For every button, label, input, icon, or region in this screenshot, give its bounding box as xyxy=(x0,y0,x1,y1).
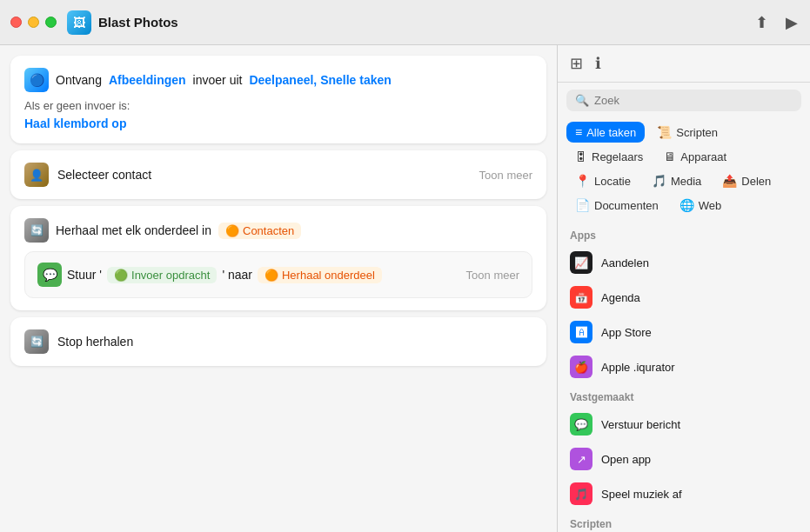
card-selecteer: 👤 Selecteer contact Toon meer xyxy=(10,150,546,199)
apparaat-icon: 🖥 xyxy=(664,150,676,163)
apparaat-label: Apparaat xyxy=(680,150,726,163)
left-panel: 🔵 Ontvang Afbeeldingen invoer uit Deelpa… xyxy=(0,45,558,532)
action-aandelen[interactable]: 📈 Aandelen xyxy=(558,245,810,280)
web-label: Web xyxy=(699,199,722,212)
tab-delen[interactable]: 📤 Delen xyxy=(713,170,780,191)
selecteer-label: Selecteer contact xyxy=(57,168,151,182)
search-icon: 🔍 xyxy=(575,94,589,107)
action-open-app[interactable]: ↗ Open app xyxy=(558,442,810,476)
apple-iqurator-label: Apple .iqurator xyxy=(601,361,675,374)
stop-label: Stop herhalen xyxy=(57,335,133,349)
app-title: Blast Photos xyxy=(98,15,178,30)
tab-locatie[interactable]: 📍 Locatie xyxy=(566,170,639,191)
ontvang-sources-link[interactable]: Deelpaneel, Snelle taken xyxy=(249,73,391,87)
delen-icon: 📤 xyxy=(722,174,737,188)
regelaars-icon: 🎛 xyxy=(575,150,587,163)
herhaal-badge-icon: 🟠 xyxy=(264,269,278,282)
maximize-button[interactable] xyxy=(45,17,57,28)
agenda-label: Agenda xyxy=(601,291,640,304)
share-button[interactable]: ⬆ xyxy=(753,11,770,34)
media-label: Media xyxy=(671,175,701,188)
herhaal-icon: 🔄 xyxy=(24,218,49,243)
app-icon: 🖼 xyxy=(67,10,91,35)
ontvang-label1: Ontvang xyxy=(56,73,102,87)
ontvang-afbeeldingen-link[interactable]: Afbeeldingen xyxy=(109,73,186,87)
tab-documenten[interactable]: 📄 Documenten xyxy=(566,195,667,216)
title-bar: 🖼 Blast Photos ⬆ ▶ xyxy=(0,0,810,45)
apple-iqurator-icon: 🍎 xyxy=(570,356,592,378)
card-herhaal: 🔄 Herhaal met elk onderdeel in 🟠 Contact… xyxy=(10,206,546,310)
main-layout: 🔵 Ontvang Afbeeldingen invoer uit Deelpa… xyxy=(0,45,810,532)
ontvang-icon: 🔵 xyxy=(24,68,49,92)
play-button[interactable]: ▶ xyxy=(784,11,800,34)
locatie-icon: 📍 xyxy=(575,174,590,188)
regelaars-label: Regelaars xyxy=(592,150,643,163)
info-button[interactable]: ℹ xyxy=(593,52,603,75)
stuur-toon-meer[interactable]: Toon meer xyxy=(466,269,519,282)
close-button[interactable] xyxy=(10,17,22,28)
speel-muziek-icon: 🎵 xyxy=(570,482,592,505)
documenten-label: Documenten xyxy=(594,199,659,212)
stuur-icon: 💬 xyxy=(37,263,62,287)
tab-regelaars[interactable]: 🎛 Regelaars xyxy=(566,146,652,167)
open-app-icon: ↗ xyxy=(570,448,592,470)
right-content: Apps 📈 Aandelen 📅 Agenda 🅰 App Store 🍎 A… xyxy=(558,223,810,532)
add-shortcut-button[interactable]: ⊞ xyxy=(568,52,585,75)
invoer-badge[interactable]: 🟢 Invoer opdracht xyxy=(107,267,217,283)
category-tabs: ≡ Alle taken 📜 Scripten 🎛 Regelaars 🖥 Ap… xyxy=(558,118,810,223)
app-store-label: App Store xyxy=(601,326,652,339)
contacts-badge-icon: 🟠 xyxy=(225,224,239,237)
action-agenda[interactable]: 📅 Agenda xyxy=(558,280,810,315)
open-app-label: Open app xyxy=(601,453,651,466)
action-app-store[interactable]: 🅰 App Store xyxy=(558,315,810,349)
herhaal-badge-label: Herhaal onderdeel xyxy=(282,269,375,282)
action-apple-iqurator[interactable]: 🍎 Apple .iqurator xyxy=(558,349,810,384)
tab-media[interactable]: 🎵 Media xyxy=(643,170,710,191)
selecteer-toon-meer[interactable]: Toon meer xyxy=(479,169,532,182)
alle-taken-label: Alle taken xyxy=(586,126,636,139)
delen-label: Delen xyxy=(741,175,771,188)
herhaal-contacts-badge[interactable]: 🟠 Contacten xyxy=(218,223,301,239)
alle-taken-icon: ≡ xyxy=(575,125,582,139)
search-input[interactable] xyxy=(594,94,793,107)
herhaal-badge[interactable]: 🟠 Herhaal onderdeel xyxy=(258,267,382,283)
traffic-lights xyxy=(10,17,57,28)
selecteer-icon: 👤 xyxy=(24,163,49,187)
card-stop: 🔄 Stop herhalen xyxy=(10,317,546,366)
title-actions: ⬆ ▶ xyxy=(753,11,800,34)
right-header: ⊞ ℹ xyxy=(558,45,810,83)
tab-apparaat[interactable]: 🖥 Apparaat xyxy=(655,146,735,167)
search-box: 🔍 xyxy=(558,83,810,118)
scripten-section-label: Scripten xyxy=(558,511,810,532)
selecteer-left: 👤 Selecteer contact xyxy=(24,163,151,187)
tab-alle-taken[interactable]: ≡ Alle taken xyxy=(566,122,645,143)
tab-scripten[interactable]: 📜 Scripten xyxy=(648,122,726,143)
aandelen-label: Aandelen xyxy=(601,256,649,269)
stop-icon: 🔄 xyxy=(24,329,49,354)
herhaal-label1: Herhaal met elk onderdeel in xyxy=(56,223,211,237)
minimize-button[interactable] xyxy=(28,17,39,28)
card-stuur: 💬 Stuur ' 🟢 Invoer opdracht ' naar 🟠 Her… xyxy=(24,251,532,298)
verstuur-bericht-label: Verstuur bericht xyxy=(601,418,680,431)
vastgemaakt-section-label: Vastgemaakt xyxy=(558,384,810,407)
right-panel: ⊞ ℹ 🔍 ≡ Alle taken 📜 Scripten 🎛 Regelaar… xyxy=(558,45,810,532)
agenda-icon: 📅 xyxy=(570,286,592,309)
media-icon: 🎵 xyxy=(652,174,666,188)
ontvang-label3: invoer uit xyxy=(193,73,243,87)
card-ontvang: 🔵 Ontvang Afbeeldingen invoer uit Deelpa… xyxy=(10,56,546,143)
haal-klembord-link[interactable]: Haal klembord op xyxy=(24,116,126,130)
aandelen-icon: 📈 xyxy=(570,251,592,274)
web-icon: 🌐 xyxy=(679,198,694,212)
scripten-label: Scripten xyxy=(676,126,718,139)
scripten-icon: 📜 xyxy=(657,125,672,139)
speel-muziek-label: Speel muziek af xyxy=(601,488,682,501)
verstuur-bericht-icon: 💬 xyxy=(570,413,592,436)
tab-web[interactable]: 🌐 Web xyxy=(671,195,731,216)
contacts-badge-label: Contacten xyxy=(243,224,294,237)
action-speel-muziek[interactable]: 🎵 Speel muziek af xyxy=(558,476,810,511)
ontvang-sublabel: Als er geen invoer is: xyxy=(24,99,130,112)
action-verstuur-bericht[interactable]: 💬 Verstuur bericht xyxy=(558,407,810,442)
app-store-icon: 🅰 xyxy=(570,321,592,343)
documenten-icon: 📄 xyxy=(575,198,590,212)
apps-section-label: Apps xyxy=(558,223,810,245)
